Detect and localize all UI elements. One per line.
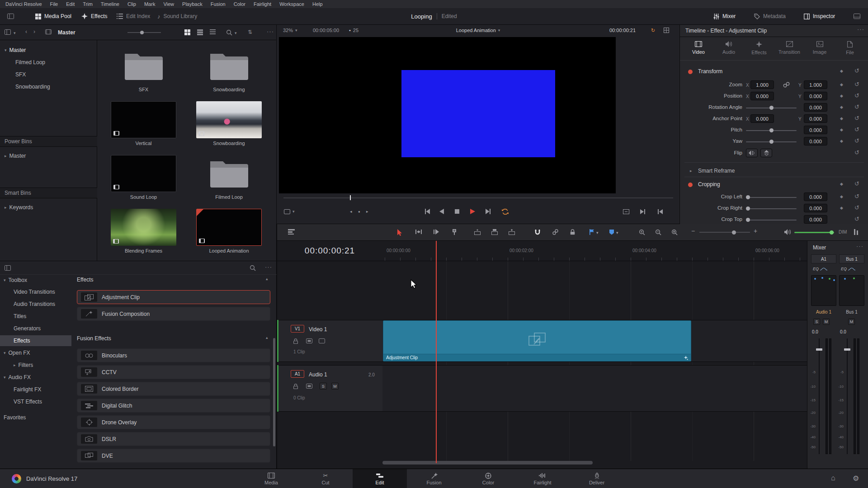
full-extent-zoom-icon[interactable] [655,229,661,235]
first-frame-button[interactable] [424,206,430,217]
tab-file[interactable]: File [836,37,864,60]
rotation-slider[interactable] [746,108,797,108]
menu-color[interactable]: Color [234,1,245,7]
fx-tree-openfx[interactable]: ▾Open FX [0,347,71,358]
tab-video[interactable]: Video [684,37,712,60]
overwrite-clip-icon[interactable] [491,229,498,235]
effect-item[interactable]: DVE [77,449,270,463]
track-enable-icon[interactable] [319,338,325,343]
power-bins-master[interactable]: ▸ Master [0,150,97,161]
eq-control[interactable]: EQ [813,267,827,271]
menu-trim[interactable]: Trim [83,1,93,7]
play-reverse-button[interactable] [439,206,444,217]
viewer-scrub-bar[interactable] [283,197,673,198]
mixer-toggle-button[interactable]: Mixer [713,8,736,24]
razor-edit-mode-icon[interactable] [452,229,457,235]
viewer-options-icon[interactable] [664,28,669,33]
keyframe-icon[interactable]: ◆ [840,194,843,199]
eq-control[interactable]: EQ [841,267,855,271]
dim-button[interactable]: DIM [839,230,847,235]
viewer-zoom-select[interactable]: 32%▾ [283,28,297,33]
timeline-view-options-icon[interactable] [288,229,295,235]
master-volume-slider[interactable] [794,232,834,233]
effect-item-selected[interactable]: Adjustment Clip [77,290,270,304]
loop-button[interactable] [502,206,509,217]
keyframe-icon[interactable]: ◆ [840,94,843,98]
viewer-clip-select[interactable]: Looped Animation▾ [456,28,500,33]
last-frame-button[interactable] [486,206,491,217]
pan-pad[interactable] [839,275,864,306]
crop-left-input[interactable]: 0.000 [804,192,827,201]
chevron-down-icon[interactable]: ▾ [235,31,237,35]
crop-left-slider[interactable] [746,197,797,198]
video-track-header[interactable]: V1 Video 1 1 Clip [277,320,382,362]
zoom-x-input[interactable]: 1.000 [750,80,774,89]
flip-horizontal-button[interactable] [746,149,758,157]
section-enable-toggle[interactable] [688,70,693,74]
more-options-icon[interactable]: ··· [267,28,274,35]
media-item-folder[interactable]: SFX [111,47,176,92]
effect-item[interactable]: CCTV [77,365,270,379]
page-fairlight[interactable]: Fairlight [515,469,570,488]
position-y-input[interactable]: 0.000 [804,92,827,100]
menu-edit[interactable]: Edit [66,1,75,7]
keyframe-icon[interactable]: ◆ [840,139,843,143]
effect-item[interactable]: DSLR [77,432,270,446]
media-pool-button[interactable]: Media Pool [35,8,71,24]
metadata-button[interactable]: Metadata [754,8,786,24]
mute-button[interactable]: M [823,319,830,325]
zoom-in-icon[interactable]: + [754,227,757,235]
fx-tree-item-selected[interactable]: Effects [0,335,71,346]
auto-select-icon[interactable] [306,384,312,389]
reset-icon[interactable]: ↺ [854,216,859,222]
next-marker-icon[interactable]: ▸ [366,206,368,217]
timeline-playhead[interactable] [436,241,437,463]
cropping-section-header[interactable]: Cropping ◆ ↺ [680,179,868,190]
timeline-scrollbar[interactable] [382,461,593,465]
bin-tree-root[interactable]: ▾ Master [0,45,97,56]
panel-toggle-icon[interactable] [5,265,11,271]
mute-button[interactable]: M [848,319,855,325]
viewer-playhead[interactable] [350,195,351,200]
media-item-folder[interactable]: Snowboarding [196,47,262,92]
strip-view-icon[interactable] [197,29,203,35]
effect-item[interactable]: Colored Border [77,382,270,396]
stop-button[interactable] [455,206,459,217]
bin-tree-item[interactable]: Snowboarding [0,81,97,92]
keyframe-icon[interactable]: ◆ [840,69,843,73]
page-color[interactable]: Color [461,469,515,488]
menu-playback[interactable]: Playback [182,1,203,7]
pitch-slider[interactable] [746,130,797,131]
link-xy-icon[interactable] [783,82,790,88]
fx-tree-audiofx[interactable]: ▾Audio FX [0,372,71,383]
list-view-icon[interactable] [210,29,216,34]
link-clips-icon[interactable] [552,229,558,235]
reset-icon[interactable]: ↺ [854,115,859,122]
timeline-ruler[interactable]: 00:00:00:21 00:00:00:00 00:00:02:00 00:0… [277,241,807,261]
fx-tree-item[interactable]: VST Effects [0,396,71,407]
menu-view[interactable]: View [163,1,174,7]
more-options-icon[interactable]: ··· [857,26,864,33]
menu-fairlight[interactable]: Fairlight [254,1,271,7]
flag-icon[interactable] [589,229,594,235]
position-lock-icon[interactable] [570,229,575,235]
reset-icon[interactable]: ↺ [854,126,859,133]
track-id-badge[interactable]: A1 [291,370,304,378]
solo-button[interactable]: S [813,319,820,325]
goto-out-icon[interactable] [640,206,646,217]
smart-reframe-section-header[interactable]: ▸ Smart Reframe [680,166,868,177]
reset-icon[interactable]: ↺ [854,137,859,144]
thumbnail-view-icon[interactable] [184,29,190,35]
speaker-icon[interactable] [784,229,792,235]
home-icon[interactable]: ⌂ [831,474,835,482]
page-edit[interactable]: Edit [353,469,407,488]
goto-in-icon[interactable] [657,206,663,217]
track-id-badge[interactable]: V1 [291,325,304,333]
match-frame-icon[interactable] [623,206,629,217]
tab-effects[interactable]: Effects [745,37,773,60]
position-x-input[interactable]: 0.000 [750,92,774,100]
snapping-magnet-icon[interactable] [535,229,540,235]
search-icon[interactable] [226,29,232,36]
yaw-slider[interactable] [746,141,797,142]
zoom-out-icon[interactable]: − [691,227,695,235]
